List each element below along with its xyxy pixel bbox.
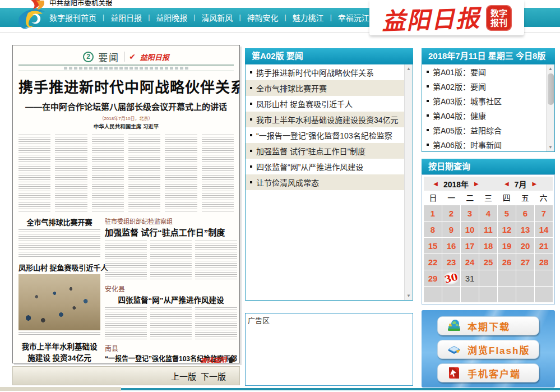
editions-scrollbar[interactable]: ▲ ▼ (546, 64, 554, 151)
calendar-day-11[interactable]: 11 (479, 222, 497, 237)
calendar-day-19[interactable]: 19 (498, 238, 516, 253)
calendar-day-8[interactable]: 8 (424, 222, 442, 237)
scroll-up-icon[interactable]: ▲ (405, 66, 413, 71)
right-panel: 2018年7月11日 星期三 今日8版 第A01版：要闻第A02版：要闻第A03… (422, 48, 555, 388)
mobile-client-button[interactable]: 手机客户端 (437, 363, 539, 382)
calendar-day-20[interactable]: 20 (516, 238, 534, 253)
list-item[interactable]: 第A03版：城事社区 (422, 94, 547, 108)
nav-item-2[interactable]: 益阳晚报 (156, 12, 187, 23)
yiyang-city-logo-icon (13, 0, 49, 32)
masthead-brand: 益阳日报 (140, 52, 169, 62)
calendar-day-3[interactable]: 3 (461, 205, 479, 221)
calendar-day-4[interactable]: 4 (479, 205, 497, 221)
brand-swoosh-icon: ✔ (129, 52, 136, 61)
calendar-day-9[interactable]: 9 (442, 222, 460, 237)
headline-volleyball[interactable]: 全市气排球比赛开赛 (18, 216, 100, 227)
list-item[interactable]: 四张监督“网”从严推进作风建设 (246, 159, 405, 174)
calendar-day-26[interactable]: 26 (498, 254, 516, 270)
prev-month-arrow-icon[interactable]: ◀ (505, 181, 509, 187)
calendar-day-13[interactable]: 13 (516, 222, 534, 237)
calendar-day-5[interactable]: 5 (498, 205, 516, 221)
calendar-day-30[interactable]: 30 (442, 270, 460, 286)
scroll-down-icon[interactable]: ▼ (547, 145, 554, 150)
scroll-down-icon[interactable]: ▼ (405, 293, 413, 298)
list-item[interactable]: 携手推进新时代中阿战略伙伴关系 (246, 64, 405, 80)
calendar-empty-cell (442, 287, 460, 302)
page-pager-bar: 上一版 下一版 (12, 366, 240, 385)
nav-item-1[interactable]: 益阳日报 (110, 12, 142, 23)
scrollbar-thumb[interactable] (548, 73, 554, 105)
calendar-day-16[interactable]: 16 (442, 238, 460, 253)
simtext-block (105, 307, 237, 340)
nav-item-3[interactable]: 清风新风 (201, 12, 233, 23)
calendar-day-14[interactable]: 14 (535, 222, 553, 237)
headline-water[interactable]: 我市上半年水利基础设施建设 投资34亿元 (18, 340, 100, 363)
calendar-empty-cell (461, 287, 479, 302)
calendar-empty-cell (535, 287, 553, 302)
list-item[interactable]: “一报告一登记”强化监督103名纪检监察 (246, 127, 405, 143)
calendar-empty-cell (498, 287, 516, 302)
calendar-day-25[interactable]: 25 (479, 254, 497, 270)
simtext-block (18, 229, 100, 259)
download-issue-button[interactable]: 本期下载 (437, 316, 539, 335)
calendar-day-17[interactable]: 17 (461, 238, 479, 253)
bullet-icon (250, 87, 252, 89)
calendar-day-27[interactable]: 27 (516, 254, 534, 270)
calendar-day-10[interactable]: 10 (461, 222, 479, 237)
next-year-arrow-icon[interactable]: ▶ (474, 181, 479, 187)
prev-page-link[interactable]: 上一版 (171, 370, 196, 382)
calendar-day-23[interactable]: 23 (442, 254, 460, 270)
list-item[interactable]: 凤形山村 捉鱼赛吸引近千人 (246, 96, 405, 112)
scroll-up-icon[interactable]: ▲ (547, 66, 554, 71)
flash-view-button[interactable]: 浏览Flash版 (437, 340, 539, 359)
calendar-day-15[interactable]: 15 (424, 238, 442, 253)
calendar-day-7[interactable]: 7 (535, 205, 553, 221)
kicker-net: 安化县 (105, 284, 237, 293)
list-item[interactable]: 第A06版：时事新闻 (422, 137, 547, 152)
weekday-label: 日 (424, 191, 442, 205)
calendar-year-label: 2018年 (443, 178, 469, 190)
site-tagline: 中共益阳市委机关报 (49, 0, 113, 8)
newspaper-page-image[interactable]: 2 要闻 ✔ 益阳日报 携手推进新时代中阿战略伙伴关系 ——在中阿合作论坛第八届… (12, 45, 240, 363)
main-headline[interactable]: 携手推进新时代中阿战略伙伴关系 (18, 76, 234, 96)
calendar-day-24[interactable]: 24 (461, 254, 479, 270)
calendar-weekday-row: 日一二三四五六 (424, 191, 553, 205)
calendar-day-31[interactable]: 31 (461, 270, 479, 286)
sub-headline: ——在中阿合作论坛第八届部长级会议开幕式上的讲话 (18, 100, 234, 112)
calendar-day-22[interactable]: 22 (424, 254, 442, 270)
toc-scrollbar[interactable]: ▲ ▼ (404, 64, 413, 300)
calendar-empty-cell (516, 287, 534, 302)
brand-box: 益阳日报 数字 报刊 (369, 0, 524, 35)
list-item[interactable]: 第A02版：要闻 (422, 79, 547, 94)
list-item[interactable]: 让节俭清风成常态 (246, 174, 405, 190)
ad-area: 广告区 (245, 313, 413, 386)
list-item[interactable]: 第A04版：健康 (422, 108, 547, 123)
nav-item-4[interactable]: 神韵安化 (247, 12, 279, 23)
calendar-day-2[interactable]: 2 (442, 205, 460, 221)
calendar-day-29[interactable]: 29 (424, 270, 442, 286)
calendar-day-21[interactable]: 21 (535, 238, 553, 253)
calendar-day-12[interactable]: 12 (498, 222, 516, 237)
nav-item-5[interactable]: 魅力桃江 (293, 12, 324, 23)
next-month-arrow-icon[interactable]: ▶ (532, 181, 536, 187)
next-page-link[interactable]: 下一版 (201, 370, 226, 382)
prev-year-arrow-icon[interactable]: ◀ (433, 181, 438, 187)
calendar-day-grid: 1234567891011121314151617181920212223242… (424, 205, 553, 302)
list-item[interactable]: 第A05版：益阳综合 (422, 123, 547, 137)
list-item[interactable]: 第A01版：要闻 (422, 64, 547, 79)
list-item[interactable]: 加强监督 试行“驻点工作日”制度 (246, 143, 405, 159)
nav-item-0[interactable]: 数字报刊首页 (49, 12, 96, 23)
list-item[interactable]: 全市气排球比赛开赛 (246, 80, 405, 96)
headline-supervise[interactable]: 加强监督 试行“驻点工作日”制度 (105, 226, 237, 238)
headline-net[interactable]: 四张监督“网”从严推进作风建设 (105, 294, 237, 305)
calendar-day-18[interactable]: 18 (479, 238, 497, 253)
list-item[interactable]: 我市上半年水利基础设施建设投资34亿元 (246, 112, 405, 127)
headline-fish[interactable]: 凤形山村 捉鱼赛吸引近千人 (18, 262, 100, 273)
calendar-day-28[interactable]: 28 (535, 254, 553, 270)
masthead-rule (18, 64, 234, 71)
calendar-day-1[interactable]: 1 (424, 205, 442, 221)
list-item-label: 第A06版：时事新闻 (433, 139, 502, 150)
nav-item-6[interactable]: 幸福沅江 (338, 12, 369, 23)
calendar-day-6[interactable]: 6 (516, 205, 534, 221)
kicker-report: 南县 (105, 343, 237, 353)
